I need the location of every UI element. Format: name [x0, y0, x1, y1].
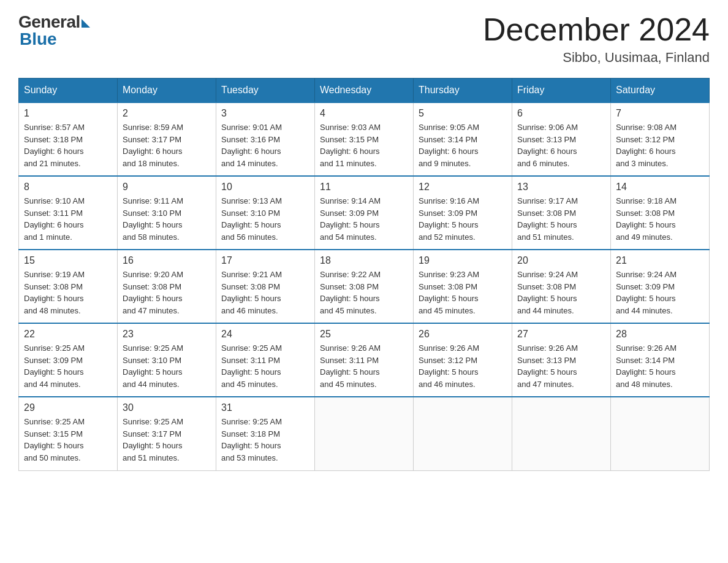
- day-info: Sunrise: 9:22 AMSunset: 3:08 PMDaylight:…: [320, 270, 381, 315]
- day-info: Sunrise: 9:03 AMSunset: 3:15 PMDaylight:…: [320, 123, 381, 168]
- calendar-cell: 8 Sunrise: 9:10 AMSunset: 3:11 PMDayligh…: [19, 176, 118, 250]
- day-info: Sunrise: 9:11 AMSunset: 3:10 PMDaylight:…: [123, 196, 183, 242]
- calendar-cell: 4 Sunrise: 9:03 AMSunset: 3:15 PMDayligh…: [315, 102, 414, 176]
- title-section: December 2024 Sibbo, Uusimaa, Finland: [483, 12, 710, 66]
- day-number: 1: [24, 108, 112, 119]
- header-wednesday: Wednesday: [315, 79, 414, 103]
- day-number: 30: [123, 402, 211, 413]
- calendar-cell: 5 Sunrise: 9:05 AMSunset: 3:14 PMDayligh…: [414, 102, 512, 176]
- day-info: Sunrise: 9:24 AMSunset: 3:08 PMDaylight:…: [517, 270, 578, 315]
- day-number: 21: [616, 255, 704, 266]
- location-subtitle: Sibbo, Uusimaa, Finland: [483, 50, 710, 66]
- calendar-cell: 31 Sunrise: 9:25 AMSunset: 3:18 PMDaylig…: [216, 397, 315, 470]
- calendar-cell: 10 Sunrise: 9:13 AMSunset: 3:10 PMDaylig…: [216, 176, 315, 250]
- calendar-cell: 16 Sunrise: 9:20 AMSunset: 3:08 PMDaylig…: [118, 250, 216, 323]
- calendar-week-row: 29 Sunrise: 9:25 AMSunset: 3:15 PMDaylig…: [19, 397, 710, 470]
- day-info: Sunrise: 9:25 AMSunset: 3:09 PMDaylight:…: [24, 343, 85, 389]
- calendar-cell: 12 Sunrise: 9:16 AMSunset: 3:09 PMDaylig…: [414, 176, 512, 250]
- calendar-cell: 9 Sunrise: 9:11 AMSunset: 3:10 PMDayligh…: [118, 176, 216, 250]
- header-tuesday: Tuesday: [216, 79, 315, 103]
- calendar-cell: [512, 397, 611, 470]
- day-info: Sunrise: 9:24 AMSunset: 3:09 PMDaylight:…: [616, 270, 677, 315]
- day-info: Sunrise: 8:57 AMSunset: 3:18 PMDaylight:…: [24, 123, 85, 168]
- calendar-cell: 15 Sunrise: 9:19 AMSunset: 3:08 PMDaylig…: [19, 250, 118, 323]
- day-info: Sunrise: 9:23 AMSunset: 3:08 PMDaylight:…: [419, 270, 479, 315]
- calendar-cell: 18 Sunrise: 9:22 AMSunset: 3:08 PMDaylig…: [315, 250, 414, 323]
- day-number: 15: [24, 255, 112, 266]
- day-info: Sunrise: 9:25 AMSunset: 3:10 PMDaylight:…: [123, 343, 183, 389]
- calendar-cell: 26 Sunrise: 9:26 AMSunset: 3:12 PMDaylig…: [414, 323, 512, 397]
- calendar-cell: 17 Sunrise: 9:21 AMSunset: 3:08 PMDaylig…: [216, 250, 315, 323]
- day-info: Sunrise: 9:26 AMSunset: 3:14 PMDaylight:…: [616, 343, 677, 389]
- day-number: 4: [320, 108, 408, 119]
- day-number: 14: [616, 182, 704, 193]
- calendar-cell: 2 Sunrise: 8:59 AMSunset: 3:17 PMDayligh…: [118, 102, 216, 176]
- calendar-cell: 14 Sunrise: 9:18 AMSunset: 3:08 PMDaylig…: [611, 176, 710, 250]
- calendar-cell: 21 Sunrise: 9:24 AMSunset: 3:09 PMDaylig…: [611, 250, 710, 323]
- calendar-cell: 24 Sunrise: 9:25 AMSunset: 3:11 PMDaylig…: [216, 323, 315, 397]
- day-number: 16: [123, 255, 211, 266]
- calendar-cell: 20 Sunrise: 9:24 AMSunset: 3:08 PMDaylig…: [512, 250, 611, 323]
- day-number: 12: [419, 182, 507, 193]
- calendar-cell: 7 Sunrise: 9:08 AMSunset: 3:12 PMDayligh…: [611, 102, 710, 176]
- day-info: Sunrise: 9:17 AMSunset: 3:08 PMDaylight:…: [517, 196, 578, 242]
- day-info: Sunrise: 9:06 AMSunset: 3:13 PMDaylight:…: [517, 123, 578, 168]
- calendar-cell: 1 Sunrise: 8:57 AMSunset: 3:18 PMDayligh…: [19, 102, 118, 176]
- logo: General Blue: [18, 12, 90, 49]
- day-info: Sunrise: 9:21 AMSunset: 3:08 PMDaylight:…: [221, 270, 282, 315]
- calendar-cell: 13 Sunrise: 9:17 AMSunset: 3:08 PMDaylig…: [512, 176, 611, 250]
- calendar-week-row: 1 Sunrise: 8:57 AMSunset: 3:18 PMDayligh…: [19, 102, 710, 176]
- calendar-cell: 27 Sunrise: 9:26 AMSunset: 3:13 PMDaylig…: [512, 323, 611, 397]
- calendar-cell: [611, 397, 710, 470]
- calendar-cell: 30 Sunrise: 9:25 AMSunset: 3:17 PMDaylig…: [118, 397, 216, 470]
- header-monday: Monday: [118, 79, 216, 103]
- calendar-header-row: SundayMondayTuesdayWednesdayThursdayFrid…: [19, 79, 710, 103]
- day-number: 19: [419, 255, 507, 266]
- day-number: 5: [419, 108, 507, 119]
- logo-arrow-icon: [82, 19, 90, 28]
- day-number: 18: [320, 255, 408, 266]
- day-info: Sunrise: 9:26 AMSunset: 3:13 PMDaylight:…: [517, 343, 578, 389]
- day-info: Sunrise: 9:08 AMSunset: 3:12 PMDaylight:…: [616, 123, 677, 168]
- calendar-cell: 11 Sunrise: 9:14 AMSunset: 3:09 PMDaylig…: [315, 176, 414, 250]
- day-info: Sunrise: 9:26 AMSunset: 3:12 PMDaylight:…: [419, 343, 479, 389]
- day-number: 8: [24, 182, 112, 193]
- day-info: Sunrise: 9:26 AMSunset: 3:11 PMDaylight:…: [320, 343, 381, 389]
- day-info: Sunrise: 9:25 AMSunset: 3:18 PMDaylight:…: [221, 417, 282, 462]
- calendar-cell: 19 Sunrise: 9:23 AMSunset: 3:08 PMDaylig…: [414, 250, 512, 323]
- day-number: 10: [221, 182, 309, 193]
- header-friday: Friday: [512, 79, 611, 103]
- day-number: 24: [221, 329, 309, 340]
- page-header: General Blue December 2024 Sibbo, Uusima…: [18, 12, 710, 66]
- calendar-cell: 23 Sunrise: 9:25 AMSunset: 3:10 PMDaylig…: [118, 323, 216, 397]
- calendar-cell: 28 Sunrise: 9:26 AMSunset: 3:14 PMDaylig…: [611, 323, 710, 397]
- day-info: Sunrise: 9:25 AMSunset: 3:11 PMDaylight:…: [221, 343, 282, 389]
- day-number: 2: [123, 108, 211, 119]
- day-number: 20: [517, 255, 605, 266]
- day-number: 31: [221, 402, 309, 413]
- day-info: Sunrise: 9:16 AMSunset: 3:09 PMDaylight:…: [419, 196, 479, 242]
- day-number: 11: [320, 182, 408, 193]
- day-number: 9: [123, 182, 211, 193]
- day-info: Sunrise: 9:05 AMSunset: 3:14 PMDaylight:…: [419, 123, 479, 168]
- day-number: 28: [616, 329, 704, 340]
- day-info: Sunrise: 8:59 AMSunset: 3:17 PMDaylight:…: [123, 123, 183, 168]
- day-number: 23: [123, 329, 211, 340]
- day-info: Sunrise: 9:14 AMSunset: 3:09 PMDaylight:…: [320, 196, 381, 242]
- day-info: Sunrise: 9:10 AMSunset: 3:11 PMDaylight:…: [24, 196, 85, 242]
- calendar-cell: 25 Sunrise: 9:26 AMSunset: 3:11 PMDaylig…: [315, 323, 414, 397]
- header-sunday: Sunday: [19, 79, 118, 103]
- day-number: 3: [221, 108, 309, 119]
- day-number: 17: [221, 255, 309, 266]
- calendar-week-row: 22 Sunrise: 9:25 AMSunset: 3:09 PMDaylig…: [19, 323, 710, 397]
- day-number: 29: [24, 402, 112, 413]
- calendar-cell: 6 Sunrise: 9:06 AMSunset: 3:13 PMDayligh…: [512, 102, 611, 176]
- calendar-table: SundayMondayTuesdayWednesdayThursdayFrid…: [18, 78, 710, 471]
- calendar-cell: [414, 397, 512, 470]
- day-number: 27: [517, 329, 605, 340]
- calendar-cell: [315, 397, 414, 470]
- calendar-cell: 22 Sunrise: 9:25 AMSunset: 3:09 PMDaylig…: [19, 323, 118, 397]
- calendar-week-row: 15 Sunrise: 9:19 AMSunset: 3:08 PMDaylig…: [19, 250, 710, 323]
- month-title: December 2024: [483, 12, 710, 47]
- day-number: 13: [517, 182, 605, 193]
